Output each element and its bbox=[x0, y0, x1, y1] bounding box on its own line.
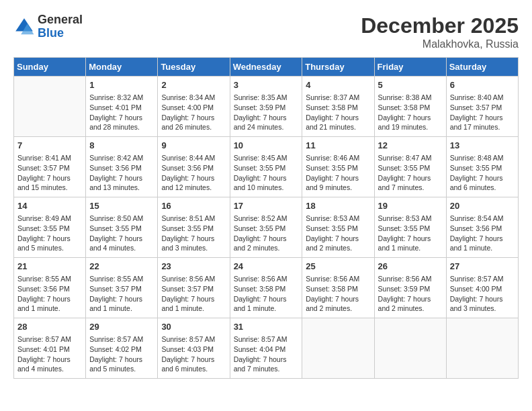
day-number: 21 bbox=[17, 261, 82, 273]
calendar-cell: 23Sunrise: 8:56 AM Sunset: 3:57 PM Dayli… bbox=[158, 258, 230, 318]
calendar-week-row: 28Sunrise: 8:57 AM Sunset: 4:01 PM Dayli… bbox=[14, 318, 519, 379]
calendar-cell: 25Sunrise: 8:56 AM Sunset: 3:58 PM Dayli… bbox=[302, 258, 374, 318]
day-info: Sunrise: 8:56 AM Sunset: 3:58 PM Dayligh… bbox=[306, 274, 370, 314]
day-number: 16 bbox=[161, 200, 226, 212]
calendar-cell: 4Sunrise: 8:37 AM Sunset: 3:58 PM Daylig… bbox=[302, 77, 374, 137]
day-number: 26 bbox=[378, 261, 443, 273]
day-number: 17 bbox=[234, 200, 299, 212]
day-number: 10 bbox=[234, 140, 299, 152]
day-info: Sunrise: 8:57 AM Sunset: 4:00 PM Dayligh… bbox=[450, 274, 515, 314]
day-number: 14 bbox=[17, 200, 82, 212]
weekday-header-thursday: Thursday bbox=[302, 58, 374, 77]
day-info: Sunrise: 8:56 AM Sunset: 3:58 PM Dayligh… bbox=[234, 274, 299, 314]
calendar-cell: 29Sunrise: 8:57 AM Sunset: 4:02 PM Dayli… bbox=[86, 318, 158, 379]
day-number: 28 bbox=[17, 321, 82, 333]
calendar-cell: 28Sunrise: 8:57 AM Sunset: 4:01 PM Dayli… bbox=[14, 318, 86, 379]
calendar-cell: 1Sunrise: 8:32 AM Sunset: 4:01 PM Daylig… bbox=[86, 77, 158, 137]
calendar-cell: 12Sunrise: 8:47 AM Sunset: 3:55 PM Dayli… bbox=[374, 137, 446, 197]
calendar-cell: 16Sunrise: 8:51 AM Sunset: 3:55 PM Dayli… bbox=[158, 197, 230, 258]
day-info: Sunrise: 8:44 AM Sunset: 3:56 PM Dayligh… bbox=[161, 153, 226, 193]
weekday-header-friday: Friday bbox=[374, 58, 446, 77]
calendar-cell: 18Sunrise: 8:53 AM Sunset: 3:55 PM Dayli… bbox=[302, 197, 374, 258]
title-area: December 2025 Malakhovka, Russia bbox=[361, 13, 519, 50]
calendar-cell: 2Sunrise: 8:34 AM Sunset: 4:00 PM Daylig… bbox=[158, 77, 230, 137]
calendar-cell: 6Sunrise: 8:40 AM Sunset: 3:57 PM Daylig… bbox=[446, 77, 518, 137]
calendar-cell: 9Sunrise: 8:44 AM Sunset: 3:56 PM Daylig… bbox=[158, 137, 230, 197]
calendar-cell: 7Sunrise: 8:41 AM Sunset: 3:57 PM Daylig… bbox=[14, 137, 86, 197]
day-info: Sunrise: 8:46 AM Sunset: 3:55 PM Dayligh… bbox=[306, 153, 370, 193]
day-number: 9 bbox=[161, 140, 226, 152]
day-info: Sunrise: 8:37 AM Sunset: 3:58 PM Dayligh… bbox=[306, 93, 370, 132]
calendar-cell: 26Sunrise: 8:56 AM Sunset: 3:59 PM Dayli… bbox=[374, 258, 446, 318]
day-info: Sunrise: 8:35 AM Sunset: 3:59 PM Dayligh… bbox=[234, 93, 299, 132]
day-info: Sunrise: 8:38 AM Sunset: 3:58 PM Dayligh… bbox=[378, 93, 443, 132]
calendar-cell bbox=[302, 318, 374, 379]
day-number: 6 bbox=[450, 79, 515, 91]
calendar-body: 1Sunrise: 8:32 AM Sunset: 4:01 PM Daylig… bbox=[14, 77, 519, 379]
day-info: Sunrise: 8:49 AM Sunset: 3:55 PM Dayligh… bbox=[17, 214, 82, 253]
calendar-cell: 24Sunrise: 8:56 AM Sunset: 3:58 PM Dayli… bbox=[230, 258, 302, 318]
calendar-week-row: 1Sunrise: 8:32 AM Sunset: 4:01 PM Daylig… bbox=[14, 77, 519, 137]
calendar-cell: 15Sunrise: 8:50 AM Sunset: 3:55 PM Dayli… bbox=[86, 197, 158, 258]
calendar-cell: 11Sunrise: 8:46 AM Sunset: 3:55 PM Dayli… bbox=[302, 137, 374, 197]
day-number: 3 bbox=[234, 79, 299, 91]
calendar-cell: 10Sunrise: 8:45 AM Sunset: 3:55 PM Dayli… bbox=[230, 137, 302, 197]
calendar-cell bbox=[14, 77, 86, 137]
day-number: 24 bbox=[234, 261, 299, 273]
day-info: Sunrise: 8:47 AM Sunset: 3:55 PM Dayligh… bbox=[378, 153, 443, 193]
calendar-cell: 3Sunrise: 8:35 AM Sunset: 3:59 PM Daylig… bbox=[230, 77, 302, 137]
day-info: Sunrise: 8:51 AM Sunset: 3:55 PM Dayligh… bbox=[161, 214, 226, 253]
weekday-header-sunday: Sunday bbox=[14, 58, 86, 77]
day-info: Sunrise: 8:48 AM Sunset: 3:55 PM Dayligh… bbox=[450, 153, 515, 193]
day-info: Sunrise: 8:50 AM Sunset: 3:55 PM Dayligh… bbox=[89, 214, 154, 253]
day-number: 22 bbox=[89, 261, 154, 273]
day-info: Sunrise: 8:52 AM Sunset: 3:55 PM Dayligh… bbox=[234, 214, 299, 253]
calendar-cell: 8Sunrise: 8:42 AM Sunset: 3:56 PM Daylig… bbox=[86, 137, 158, 197]
weekday-header-wednesday: Wednesday bbox=[230, 58, 302, 77]
day-number: 29 bbox=[89, 321, 154, 333]
day-number: 2 bbox=[161, 79, 226, 91]
day-number: 15 bbox=[89, 200, 154, 212]
day-info: Sunrise: 8:57 AM Sunset: 4:04 PM Dayligh… bbox=[234, 334, 299, 374]
day-info: Sunrise: 8:45 AM Sunset: 3:55 PM Dayligh… bbox=[234, 153, 299, 193]
calendar-header-row: SundayMondayTuesdayWednesdayThursdayFrid… bbox=[14, 58, 519, 77]
day-number: 13 bbox=[450, 140, 515, 152]
calendar-week-row: 7Sunrise: 8:41 AM Sunset: 3:57 PM Daylig… bbox=[14, 137, 519, 197]
day-info: Sunrise: 8:55 AM Sunset: 3:56 PM Dayligh… bbox=[17, 274, 82, 314]
calendar-cell: 21Sunrise: 8:55 AM Sunset: 3:56 PM Dayli… bbox=[14, 258, 86, 318]
logo-text: General Blue bbox=[38, 13, 83, 40]
weekday-header-tuesday: Tuesday bbox=[158, 58, 230, 77]
day-number: 1 bbox=[89, 79, 154, 91]
day-number: 25 bbox=[306, 261, 370, 273]
calendar-cell: 22Sunrise: 8:55 AM Sunset: 3:57 PM Dayli… bbox=[86, 258, 158, 318]
day-number: 11 bbox=[306, 140, 370, 152]
day-info: Sunrise: 8:57 AM Sunset: 4:02 PM Dayligh… bbox=[89, 334, 154, 374]
day-info: Sunrise: 8:32 AM Sunset: 4:01 PM Dayligh… bbox=[89, 93, 154, 132]
day-number: 30 bbox=[161, 321, 226, 333]
calendar-cell bbox=[374, 318, 446, 379]
day-number: 20 bbox=[450, 200, 515, 212]
calendar-cell: 27Sunrise: 8:57 AM Sunset: 4:00 PM Dayli… bbox=[446, 258, 518, 318]
calendar-cell: 30Sunrise: 8:57 AM Sunset: 4:03 PM Dayli… bbox=[158, 318, 230, 379]
day-number: 5 bbox=[378, 79, 443, 91]
day-info: Sunrise: 8:53 AM Sunset: 3:55 PM Dayligh… bbox=[306, 214, 370, 253]
day-number: 4 bbox=[306, 79, 370, 91]
day-info: Sunrise: 8:56 AM Sunset: 3:57 PM Dayligh… bbox=[161, 274, 226, 314]
weekday-header-monday: Monday bbox=[86, 58, 158, 77]
calendar-cell: 14Sunrise: 8:49 AM Sunset: 3:55 PM Dayli… bbox=[14, 197, 86, 258]
month-title: December 2025 bbox=[361, 13, 519, 38]
day-info: Sunrise: 8:41 AM Sunset: 3:57 PM Dayligh… bbox=[17, 153, 82, 193]
calendar-cell: 17Sunrise: 8:52 AM Sunset: 3:55 PM Dayli… bbox=[230, 197, 302, 258]
day-number: 8 bbox=[89, 140, 154, 152]
logo: General Blue bbox=[13, 13, 83, 40]
day-number: 19 bbox=[378, 200, 443, 212]
calendar-cell: 13Sunrise: 8:48 AM Sunset: 3:55 PM Dayli… bbox=[446, 137, 518, 197]
day-number: 23 bbox=[161, 261, 226, 273]
calendar-week-row: 14Sunrise: 8:49 AM Sunset: 3:55 PM Dayli… bbox=[14, 197, 519, 258]
day-info: Sunrise: 8:53 AM Sunset: 3:55 PM Dayligh… bbox=[378, 214, 443, 253]
calendar-cell: 19Sunrise: 8:53 AM Sunset: 3:55 PM Dayli… bbox=[374, 197, 446, 258]
day-info: Sunrise: 8:57 AM Sunset: 4:03 PM Dayligh… bbox=[161, 334, 226, 374]
day-info: Sunrise: 8:42 AM Sunset: 3:56 PM Dayligh… bbox=[89, 153, 154, 193]
day-info: Sunrise: 8:56 AM Sunset: 3:59 PM Dayligh… bbox=[378, 274, 443, 314]
day-number: 18 bbox=[306, 200, 370, 212]
